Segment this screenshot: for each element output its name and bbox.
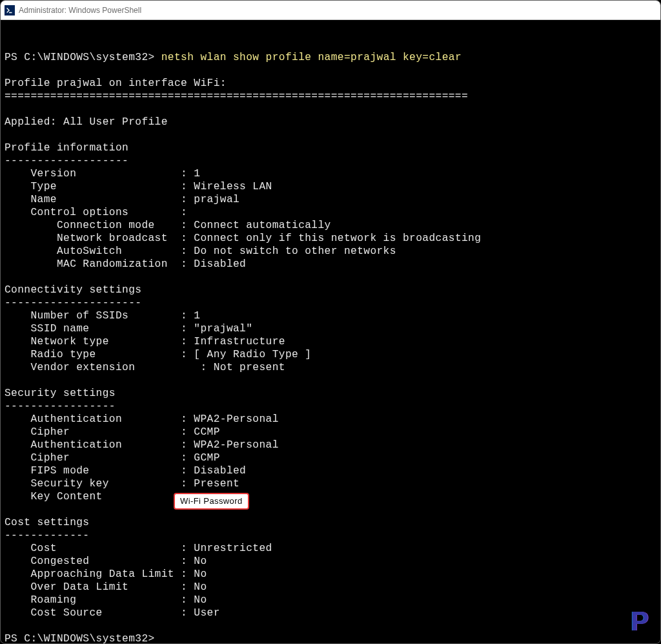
prompt-text: PS C:\WINDOWS\system32> [5,52,161,63]
section-connectivity-dashes: --------------------- [5,297,141,309]
label: Network broadcast : [5,233,194,244]
value: WPA2-Personal [194,439,278,451]
label: Type : [5,181,194,192]
row-cost: Cost : Unrestricted [5,543,272,554]
label: Cipher : [5,452,194,464]
terminal-output[interactable]: PS C:\WINDOWS\system32> netsh wlan show … [1,20,660,644]
section-profile-dashes: ------------------- [5,155,128,167]
value: Disabled [194,258,246,270]
value: Infrastructure [194,336,285,348]
value: Present [194,478,239,490]
row-congested: Congested : No [5,556,207,567]
label: Authentication : [5,413,194,425]
row-network-broadcast: Network broadcast : Connect only if this… [5,233,481,244]
value: 1 [194,310,200,322]
value: prajwal [194,194,239,205]
divider: ========================================… [5,90,468,102]
label: Number of SSIDs : [5,310,194,322]
row-network-type: Network type : Infrastructure [5,336,285,348]
applied-line: Applied: All User Profile [5,116,168,128]
window-title: Administrator: Windows PowerShell [19,6,141,15]
label: Authentication : [5,439,194,451]
section-profile-title: Profile information [5,142,128,154]
label: Cost Source : [5,607,194,619]
row-mac-randomization: MAC Randomization : Disabled [5,258,246,270]
label: Cost : [5,543,194,554]
value: [ Any Radio Type ] [194,349,311,360]
label: MAC Randomization : [5,258,194,270]
window-titlebar[interactable]: Administrator: Windows PowerShell [1,1,660,20]
section-security-dashes: ----------------- [5,400,116,412]
row-roaming: Roaming : No [5,594,207,606]
label: FIPS mode : [5,465,194,477]
row-cipher2: Cipher : GCMP [5,452,220,464]
powershell-window: Administrator: Windows PowerShell PS C:\… [0,0,661,644]
section-connectivity-title: Connectivity settings [5,284,141,296]
section-security-title: Security settings [5,388,116,399]
row-ssid-name: SSID name : "prajwal" [5,323,252,335]
prompt-line-2: PS C:\WINDOWS\system32> [5,633,155,644]
value: Unrestricted [194,543,272,554]
watermark-logo: P [631,606,649,637]
label: Control options : [5,207,187,218]
label: Key Content : [5,491,194,503]
label: Name : [5,194,194,205]
value: No [194,581,207,593]
value: WPA2-Personal [194,413,278,425]
label: Cipher : [5,426,194,438]
label: Version : [5,168,194,180]
row-appr-limit: Approaching Data Limit : No [5,568,207,580]
row-fips: FIPS mode : Disabled [5,465,246,477]
value: 1 [194,168,200,180]
value: User [194,607,219,619]
value: No [194,594,207,606]
label: SSID name : [5,323,194,335]
prompt-line-1: PS C:\WINDOWS\system32> netsh wlan show … [5,52,462,63]
row-connection-mode: Connection mode : Connect automatically [5,220,331,231]
value: Do not switch to other networks [194,245,396,257]
row-num-ssids: Number of SSIDs : 1 [5,310,200,322]
value: No [194,556,207,567]
value: Connect automatically [194,220,330,231]
row-autoswitch: AutoSwitch : Do not switch to other netw… [5,245,396,257]
row-control-options: Control options : [5,207,187,218]
value: Disabled [194,465,246,477]
label: Connection mode : [5,220,194,231]
label: Security key : [5,478,194,490]
label: Radio type : [5,349,194,360]
label: Over Data Limit : [5,581,194,593]
row-name: Name : prajwal [5,194,239,205]
row-auth1: Authentication : WPA2-Personal [5,413,279,425]
label: Vendor extension : [5,362,214,373]
value: Wireless LAN [194,181,272,192]
value: "prajwal" [194,323,252,335]
row-auth2: Authentication : WPA2-Personal [5,439,279,451]
row-over-limit: Over Data Limit : No [5,581,207,593]
value: CCMP [194,426,219,438]
row-cipher1: Cipher : CCMP [5,426,220,438]
value: No [194,568,207,580]
label: Approaching Data Limit : [5,568,194,580]
label: AutoSwitch : [5,245,194,257]
profile-header: Profile prajwal on interface WiFi: [5,78,227,89]
row-keycontent: Key Content : [5,491,194,503]
row-vendor-extension: Vendor extension : Not present [5,362,285,373]
label: Congested : [5,556,194,567]
section-cost-dashes: ------------- [5,530,89,541]
value: GCMP [194,452,219,464]
wifi-password-callout: Wi-Fi Password [174,493,249,510]
section-cost-title: Cost settings [5,517,89,528]
row-radio-type: Radio type : [ Any Radio Type ] [5,349,311,360]
powershell-icon [5,5,15,16]
label: Roaming : [5,594,194,606]
row-costsrc: Cost Source : User [5,607,220,619]
row-seckey: Security key : Present [5,478,239,490]
value: Connect only if this network is broadcas… [194,233,481,244]
row-type: Type : Wireless LAN [5,181,272,192]
command-text: netsh wlan show profile name=prajwal key… [161,52,462,63]
label: Network type : [5,336,194,348]
value: Not present [214,362,285,373]
row-version: Version : 1 [5,168,200,180]
